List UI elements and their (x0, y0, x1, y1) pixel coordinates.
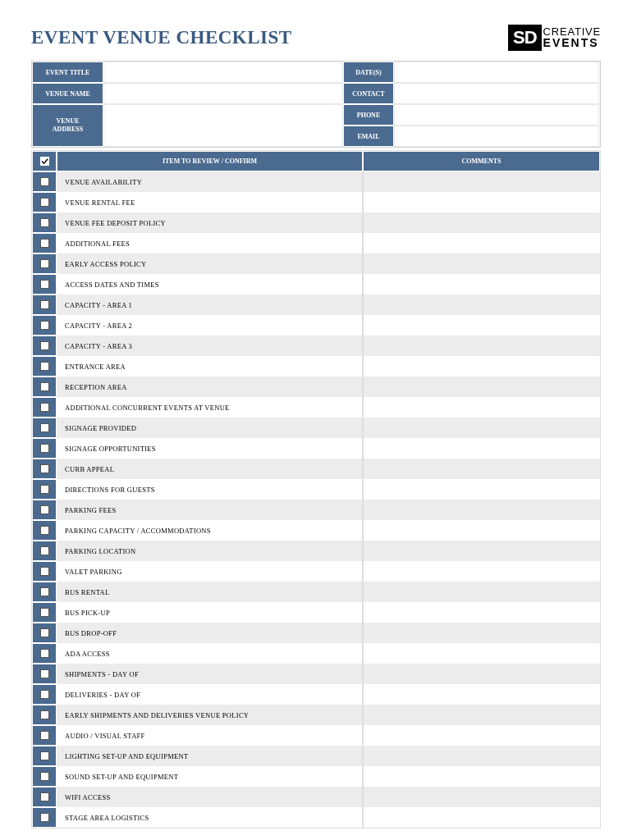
checkbox[interactable] (40, 710, 49, 719)
check-cell (32, 294, 57, 315)
table-row: EARLY SHIPMENTS AND DELIVERIES VENUE POL… (32, 705, 600, 725)
checkbox[interactable] (40, 813, 49, 822)
checkbox[interactable] (40, 239, 49, 248)
header: EVENT VENUE CHECKLIST SD CREATIVE EVENTS (31, 25, 601, 51)
checkbox[interactable] (40, 608, 49, 617)
check-cell (32, 520, 57, 541)
check-cell (32, 582, 57, 602)
checkbox[interactable] (40, 526, 49, 535)
check-cell (32, 459, 57, 479)
checkbox[interactable] (40, 403, 49, 412)
checkbox[interactable] (40, 485, 49, 494)
item-cell: CURB APPEAL (57, 459, 363, 479)
comments-cell[interactable] (363, 397, 600, 418)
item-cell: CAPACITY - AREA 1 (57, 294, 363, 315)
comments-cell[interactable] (363, 746, 600, 766)
event-title-field[interactable] (103, 62, 343, 83)
comments-cell[interactable] (363, 479, 600, 500)
comments-cell[interactable] (363, 171, 600, 192)
item-cell: VENUE FEE DEPOSIT POLICY (57, 212, 363, 233)
check-cell (32, 561, 57, 582)
comments-cell[interactable] (363, 336, 600, 356)
check-cell (32, 212, 57, 233)
checkbox[interactable] (40, 731, 49, 740)
comments-cell[interactable] (363, 766, 600, 787)
checkbox[interactable] (40, 649, 49, 658)
info-grid: EVENT TITLE DATE(S) VENUE NAME CONTACT V… (31, 61, 601, 148)
comments-cell[interactable] (363, 459, 600, 479)
checkbox[interactable] (40, 218, 49, 227)
comments-cell[interactable] (363, 377, 600, 397)
item-cell: SIGNAGE OPPORTUNITIES (57, 438, 363, 459)
checkbox[interactable] (40, 198, 49, 207)
comments-cell[interactable] (363, 274, 600, 294)
checkbox[interactable] (40, 444, 49, 453)
checkbox[interactable] (40, 690, 49, 699)
checkbox[interactable] (40, 341, 49, 350)
checkbox[interactable] (40, 177, 49, 186)
comments-cell[interactable] (363, 664, 600, 684)
comments-cell[interactable] (363, 787, 600, 807)
checkbox[interactable] (40, 792, 49, 801)
comments-cell[interactable] (363, 807, 600, 828)
checkbox[interactable] (40, 546, 49, 555)
check-cell (32, 643, 57, 664)
comments-cell[interactable] (363, 356, 600, 377)
comments-cell[interactable] (363, 233, 600, 253)
item-cell: SOUND SET-UP AND EQUIPMENT (57, 766, 363, 787)
checkbox[interactable] (40, 382, 49, 391)
table-row: SHIPMENTS - DAY OF (32, 664, 600, 684)
check-cell (32, 807, 57, 828)
comments-cell[interactable] (363, 438, 600, 459)
logo-mark: SD (508, 25, 542, 51)
table-row: ADDITIONAL CONCURRENT EVENTS AT VENUE (32, 397, 600, 418)
venue-address-field[interactable] (103, 104, 343, 147)
comments-cell[interactable] (363, 418, 600, 438)
checkbox[interactable] (40, 464, 49, 473)
comments-cell[interactable] (363, 582, 600, 602)
venue-name-field[interactable] (103, 83, 343, 104)
comments-cell[interactable] (363, 623, 600, 643)
comments-cell[interactable] (363, 684, 600, 705)
checkbox[interactable] (40, 321, 49, 330)
email-field[interactable] (394, 126, 599, 147)
comments-cell[interactable] (363, 561, 600, 582)
comments-cell[interactable] (363, 725, 600, 746)
check-cell (32, 397, 57, 418)
comments-cell[interactable] (363, 315, 600, 336)
check-cell (32, 253, 57, 274)
table-row: VALET PARKING (32, 561, 600, 582)
checkbox[interactable] (40, 587, 49, 596)
checkbox[interactable] (40, 567, 49, 576)
checkbox[interactable] (40, 751, 49, 760)
comments-cell[interactable] (363, 643, 600, 664)
checkbox[interactable] (40, 628, 49, 637)
comments-cell[interactable] (363, 500, 600, 520)
checkbox[interactable] (40, 362, 49, 371)
checkbox[interactable] (40, 300, 49, 309)
comments-cell[interactable] (363, 520, 600, 541)
event-title-label: EVENT TITLE (32, 62, 103, 83)
comments-cell[interactable] (363, 541, 600, 561)
table-row: VENUE FEE DEPOSIT POLICY (32, 212, 600, 233)
checkbox[interactable] (40, 772, 49, 781)
venue-address-label: VENUE ADDRESS (32, 104, 103, 147)
comments-cell[interactable] (363, 253, 600, 274)
checkbox[interactable] (40, 505, 49, 514)
check-all-icon[interactable] (40, 157, 49, 166)
comments-cell[interactable] (363, 192, 600, 212)
dates-field[interactable] (394, 62, 599, 83)
checkbox[interactable] (40, 423, 49, 432)
phone-field[interactable] (394, 104, 599, 126)
checkbox[interactable] (40, 259, 49, 268)
checkbox[interactable] (40, 669, 49, 678)
contact-field[interactable] (394, 83, 599, 104)
item-cell: LIGHTING SET-UP AND EQUIPMENT (57, 746, 363, 766)
comments-cell[interactable] (363, 294, 600, 315)
comments-cell[interactable] (363, 602, 600, 623)
comments-cell[interactable] (363, 212, 600, 233)
comments-cell[interactable] (363, 705, 600, 725)
logo-line2: EVENTS (543, 38, 601, 48)
item-cell: VENUE RENTAL FEE (57, 192, 363, 212)
checkbox[interactable] (40, 280, 49, 289)
